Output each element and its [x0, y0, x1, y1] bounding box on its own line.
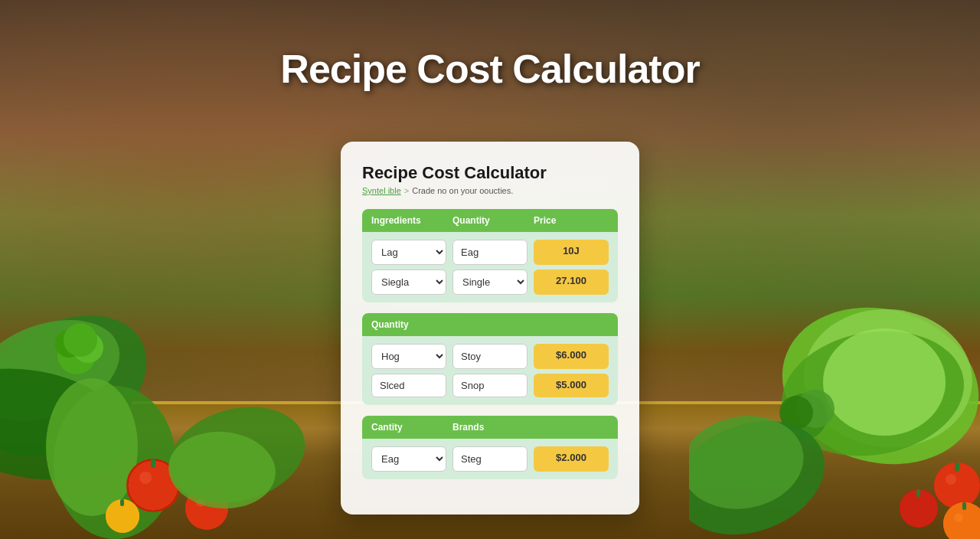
- section1-row1-price: 10J: [534, 240, 609, 265]
- section1-row1-col2-input[interactable]: [452, 240, 528, 265]
- section2-row2: $5.000: [371, 374, 609, 397]
- recipe-calculator-card: Recipe Cost Calculator Syntel ible > Cra…: [341, 142, 639, 514]
- section2-row2-price: $5.000: [534, 374, 609, 397]
- section1-row1-col1-select[interactable]: Lag: [371, 240, 446, 265]
- section1-row2-col1-select[interactable]: Siegla: [371, 270, 446, 295]
- section3-col2-label: Brands: [452, 422, 528, 433]
- svg-rect-33: [916, 489, 920, 497]
- breadcrumb-current: Crade no on your ooucties.: [412, 186, 513, 195]
- svg-point-8: [139, 472, 152, 484]
- svg-point-36: [954, 513, 963, 522]
- section2-body: Hog $6.000 $5.000: [362, 336, 618, 405]
- svg-point-29: [946, 474, 956, 485]
- section2-row2-col1-input[interactable]: [371, 374, 446, 397]
- section2-col3-label: [534, 319, 609, 330]
- section3-body: Eag $2.000: [362, 439, 618, 479]
- section3-row1-col1-select[interactable]: Eag: [371, 446, 446, 472]
- svg-point-26: [823, 328, 946, 436]
- section2-row1-price: $6.000: [534, 344, 609, 369]
- page-title: Recipe Cost Calculator: [280, 46, 699, 92]
- section3-row1-price: $2.000: [534, 446, 609, 472]
- section1-col1-label: Ingredients: [371, 215, 446, 226]
- vegetables-left: [0, 233, 329, 539]
- section1-col3-label: Price: [534, 215, 609, 226]
- breadcrumb-link[interactable]: Syntel ible: [362, 186, 401, 195]
- section2-col2-label: [452, 319, 528, 330]
- section1-row2-col2-select[interactable]: Single: [452, 270, 528, 295]
- section2-header: Quantity: [362, 313, 618, 336]
- svg-rect-37: [962, 502, 966, 510]
- section3-col3-label: [534, 422, 609, 433]
- svg-rect-16: [120, 499, 124, 506]
- section1-body: Lag 10J Siegla Single 27.100: [362, 232, 618, 302]
- svg-rect-30: [955, 462, 959, 472]
- section2-row1-col1-select[interactable]: Hog: [371, 344, 446, 369]
- section3-row1-col2-input[interactable]: [452, 446, 528, 472]
- svg-point-22: [64, 323, 97, 357]
- section3-row1: Eag $2.000: [371, 446, 609, 472]
- breadcrumb: Syntel ible > Crade no on your ooucties.: [362, 186, 618, 195]
- section1-row2: Siegla Single 27.100: [371, 270, 609, 295]
- section2-row1-col2-input[interactable]: [452, 344, 528, 369]
- section2-row1: Hog $6.000: [371, 344, 609, 369]
- svg-point-4: [46, 378, 138, 516]
- breadcrumb-separator: >: [404, 186, 409, 195]
- card-title: Recipe Cost Calculator: [362, 163, 618, 183]
- section3-col1-label: Cantity: [371, 422, 446, 433]
- section2-col1-label: Quantity: [371, 319, 446, 330]
- vegetables-right: [689, 248, 980, 539]
- section1-col2-label: Quantity: [452, 215, 528, 226]
- svg-rect-9: [151, 459, 155, 468]
- section2-row2-col2-input[interactable]: [452, 374, 528, 397]
- section3-header: Cantity Brands: [362, 416, 618, 439]
- section1-row1: Lag 10J: [371, 240, 609, 265]
- section1-header: Ingredients Quantity Price: [362, 209, 618, 232]
- card-header: Recipe Cost Calculator Syntel ible > Cra…: [362, 163, 618, 195]
- section1-row2-price: 27.100: [534, 270, 609, 295]
